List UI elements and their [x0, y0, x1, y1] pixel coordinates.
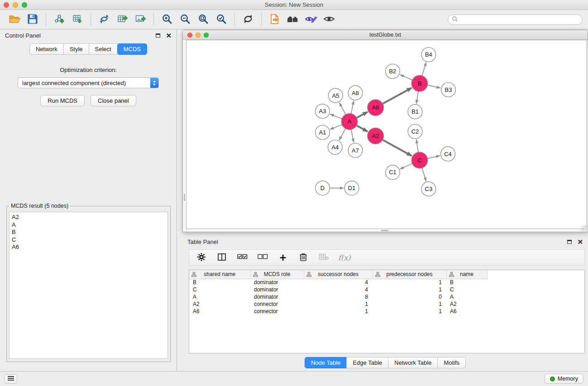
close-window-button[interactable] [4, 2, 9, 8]
import-table-button[interactable] [68, 11, 86, 28]
open-folder-button[interactable] [5, 11, 24, 28]
fullscreen-window-button[interactable] [22, 2, 27, 8]
edge-A-A3[interactable] [330, 114, 342, 119]
mcds-result-list[interactable]: A2ABCA6 [9, 212, 168, 359]
optimization-dropdown[interactable]: largest connected component (directed) [18, 77, 159, 88]
node-A2[interactable]: A2 [368, 128, 384, 144]
node-C2[interactable]: C2 [408, 124, 422, 139]
network-left-scrollbar[interactable] [183, 40, 186, 232]
show-columns-button[interactable] [216, 251, 228, 264]
column-header-predecessor-nodes[interactable]: predecessor nodes [373, 270, 446, 279]
table-row[interactable]: A2connector11A2 [189, 300, 584, 308]
edge-C-C4[interactable] [427, 156, 440, 158]
export-network-button[interactable] [95, 11, 113, 28]
tab-select[interactable]: Select [89, 43, 118, 55]
edge-C-C1[interactable] [400, 163, 412, 169]
node-A8[interactable]: A8 [348, 86, 363, 100]
scrollbar-thumb[interactable] [184, 194, 185, 201]
edge-A-A5[interactable] [339, 103, 346, 114]
edge-B-B2[interactable] [400, 75, 412, 80]
panel-menu-button[interactable] [5, 374, 17, 384]
close-panel-icon[interactable]: ✕ [166, 33, 172, 38]
import-network-button[interactable] [50, 11, 68, 28]
mcds-result-item[interactable]: A6 [12, 243, 165, 251]
column-header-successor-nodes[interactable]: successor nodes [304, 270, 373, 279]
tab-style[interactable]: Style [63, 43, 89, 55]
node-C4[interactable]: C4 [441, 147, 455, 161]
float-table-panel-icon[interactable] [567, 240, 572, 244]
node-B4[interactable]: B4 [421, 48, 436, 62]
zoom-fit-button[interactable] [194, 11, 212, 28]
float-panel-icon[interactable] [156, 33, 160, 38]
column-header-name[interactable]: name [446, 270, 487, 279]
node-A7[interactable]: A7 [348, 143, 363, 157]
export-image-button[interactable] [131, 11, 149, 28]
node-A[interactable]: A [341, 114, 358, 130]
export-table-button[interactable] [113, 11, 131, 28]
tab-edge-table[interactable]: Edge Table [346, 357, 388, 368]
save-session-button[interactable] [24, 11, 42, 28]
network-canvas[interactable]: B4B2BB3A5A8A6A3B1AC2A1A2A4A7C4CC1C3DD1 [186, 40, 587, 229]
node-A3[interactable]: A3 [316, 104, 330, 119]
column-header-shared-name[interactable]: shared name [189, 270, 250, 279]
scrollbar-thumb[interactable] [381, 230, 388, 231]
show-view-button[interactable] [320, 11, 338, 28]
table-row[interactable]: Bdominator41B [189, 279, 584, 286]
resize-grip[interactable] [581, 225, 587, 231]
close-panel-button[interactable]: Close panel [91, 95, 136, 106]
column-header-MCDS-role[interactable]: MCDS role [250, 270, 304, 279]
edge-A2-C[interactable] [382, 140, 411, 156]
table-row[interactable]: Adominator80A [189, 293, 584, 300]
edge-A-A6[interactable] [357, 112, 368, 118]
edge-C-C2[interactable] [416, 139, 418, 152]
node-C1[interactable]: C1 [386, 165, 400, 180]
select-all-columns-button[interactable] [236, 251, 248, 264]
run-mcds-button[interactable]: Run MCDS [40, 95, 85, 106]
delete-column-button[interactable] [297, 251, 309, 264]
tab-network-table[interactable]: Network Table [388, 357, 438, 368]
minimize-network-window-button[interactable] [196, 33, 201, 38]
edge-A-A7[interactable] [351, 129, 354, 143]
mcds-result-item[interactable]: B [12, 229, 165, 236]
edge-C-C3[interactable] [422, 168, 426, 181]
search-input[interactable] [460, 16, 578, 23]
function-builder-button[interactable]: f(x) [338, 251, 350, 264]
minimize-window-button[interactable] [13, 2, 18, 8]
zoom-selected-button[interactable] [212, 11, 230, 28]
tab-motifs[interactable]: Motifs [437, 357, 466, 368]
table-row[interactable]: Cdominator41C [189, 286, 584, 293]
refresh-button[interactable] [239, 11, 257, 28]
node-D[interactable]: D [316, 181, 330, 195]
tab-node-table[interactable]: Node Table [305, 357, 347, 368]
tab-network[interactable]: Network [29, 43, 64, 55]
table-settings-button[interactable] [196, 251, 207, 264]
delete-table-button[interactable] [318, 251, 330, 264]
node-A5[interactable]: A5 [328, 88, 343, 103]
edge-B-B3[interactable] [427, 85, 440, 88]
edge-A-A8[interactable] [351, 101, 354, 114]
tab-mcds[interactable]: MCDS [117, 43, 147, 55]
close-network-window-button[interactable] [187, 33, 192, 38]
open-session-file-button[interactable] [266, 11, 284, 28]
home-network-button[interactable] [284, 11, 302, 28]
edge-A-A2[interactable] [357, 125, 368, 132]
edge-A-A1[interactable] [330, 124, 342, 129]
mcds-result-item[interactable]: A [12, 221, 165, 229]
search-box[interactable] [448, 14, 583, 25]
table-row[interactable]: A6connector11A6 [189, 308, 584, 315]
node-A1[interactable]: A1 [316, 125, 330, 140]
node-A4[interactable]: A4 [328, 140, 342, 154]
unselect-all-columns-button[interactable] [257, 251, 268, 264]
node-C3[interactable]: C3 [421, 182, 436, 196]
node-B2[interactable]: B2 [386, 64, 400, 79]
mcds-result-item[interactable]: C [12, 236, 165, 244]
close-table-panel-icon[interactable]: ✕ [577, 240, 583, 244]
node-B1[interactable]: B1 [408, 105, 422, 119]
node-C[interactable]: C [411, 152, 428, 168]
zoom-in-button[interactable] [158, 11, 176, 28]
node-A6[interactable]: A6 [368, 100, 384, 116]
edge-B-B1[interactable] [416, 91, 418, 104]
zoom-out-button[interactable] [176, 11, 194, 28]
edge-A6-B[interactable] [382, 88, 411, 104]
network-bottom-scrollbar[interactable] [183, 229, 588, 232]
